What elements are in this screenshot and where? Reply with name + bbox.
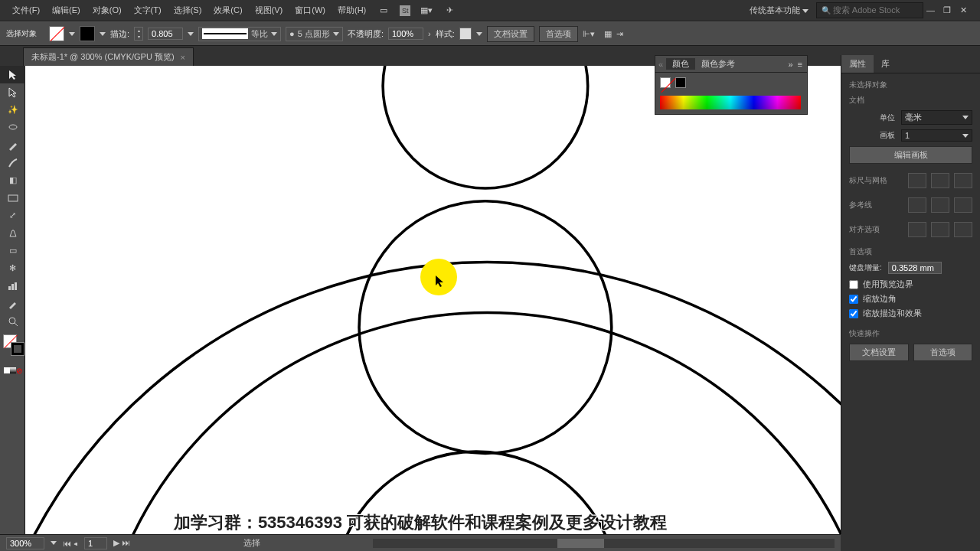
artboard[interactable] xyxy=(25,66,951,534)
edit-artboard-button[interactable]: 编辑画板 xyxy=(849,146,972,164)
panel-menu-icon[interactable]: ≡ xyxy=(798,60,802,69)
stroke-width-input[interactable]: 0.805 xyxy=(148,28,183,40)
align-icon1[interactable] xyxy=(908,222,926,237)
ruler-icon[interactable] xyxy=(908,173,926,188)
zoom-tool[interactable] xyxy=(0,312,25,330)
prefs-button-2[interactable]: 首选项 xyxy=(913,344,973,361)
align-icon[interactable]: ⊩▾ xyxy=(583,29,595,39)
artboard-dropdown[interactable]: 1 xyxy=(901,129,972,142)
color-spectrum[interactable] xyxy=(660,96,801,109)
menu-text[interactable]: 文字(T) xyxy=(128,5,168,16)
tab-document[interactable]: 未标题-1* @ 300% (CMYK/GPU 预览) × xyxy=(23,47,194,66)
properties-tab[interactable]: 属性 xyxy=(841,55,874,73)
menu-window[interactable]: 窗口(W) xyxy=(289,5,332,16)
svg-rect-4 xyxy=(15,282,17,290)
stroke-dd[interactable] xyxy=(100,32,106,36)
eyedropper-tool[interactable] xyxy=(0,295,25,312)
eraser-tool[interactable]: ◧ xyxy=(0,171,25,189)
menu-edit[interactable]: 编辑(E) xyxy=(46,5,87,16)
preview-bounds-checkbox[interactable]: 使用预览边界 xyxy=(849,279,972,290)
artboard-num[interactable]: 1 xyxy=(84,537,107,549)
unit-dropdown[interactable]: 毫米 xyxy=(901,110,972,125)
zoom-input[interactable]: 300% xyxy=(6,537,44,549)
color-guide-tab[interactable]: 颜色参考 xyxy=(695,58,741,70)
align-icon2[interactable] xyxy=(931,222,949,237)
symbol-tool[interactable]: ✻ xyxy=(0,259,25,277)
guides-icon3[interactable] xyxy=(954,197,972,213)
doc-setup-button[interactable]: 文档设置 xyxy=(487,26,534,42)
libraries-tab[interactable]: 库 xyxy=(874,55,897,73)
magic-wand-tool[interactable]: ✨ xyxy=(0,101,25,119)
zoom-dd[interactable] xyxy=(51,541,57,545)
scale-tool[interactable]: ⤢ xyxy=(0,207,25,224)
cp-fill[interactable] xyxy=(660,77,671,88)
guides-icon1[interactable] xyxy=(908,197,926,213)
rectangle-tool[interactable] xyxy=(0,189,25,207)
stock-icon[interactable]: St xyxy=(400,5,410,16)
scale-strokes-checkbox[interactable]: 缩放描边和效果 xyxy=(849,308,972,319)
artboard-nav-next[interactable]: ▶ ⏭ xyxy=(113,538,130,548)
opacity-input[interactable]: 100% xyxy=(388,28,423,40)
restore-icon[interactable]: ❐ xyxy=(943,5,954,16)
panel-expand-icon[interactable]: » xyxy=(788,60,792,69)
canvas-area[interactable] xyxy=(25,66,951,534)
key-incr-input[interactable]: 0.3528 mm xyxy=(888,262,942,274)
color-panel[interactable]: « 颜色 颜色参考 » ≡ xyxy=(655,55,808,115)
minimize-icon[interactable]: — xyxy=(926,5,937,16)
bridge-icon[interactable]: ▭ xyxy=(377,4,390,18)
stroke-swatch[interactable] xyxy=(80,26,95,41)
transparency-grid-icon[interactable] xyxy=(954,173,972,188)
perspective-tool[interactable] xyxy=(0,224,25,242)
fill-dd[interactable] xyxy=(69,32,75,36)
scale-corners-checkbox[interactable]: 缩放边角 xyxy=(849,293,972,305)
pen-tool[interactable] xyxy=(0,136,25,154)
svg-rect-3 xyxy=(11,284,14,290)
artboard-label: 画板 xyxy=(849,130,895,141)
brush-dd[interactable]: ● 5 点圆形 xyxy=(286,27,343,41)
menu-select[interactable]: 选择(S) xyxy=(168,5,208,16)
graph-tool[interactable] xyxy=(0,277,25,295)
prefs-button[interactable]: 首选项 xyxy=(539,26,578,42)
arrange-icon[interactable]: ▦▾ xyxy=(420,4,433,18)
svg-point-7 xyxy=(383,66,588,188)
artboard-nav-prev[interactable]: ⏮ ◀ xyxy=(63,539,78,548)
panel-collapse-icon[interactable]: « xyxy=(658,60,663,69)
menu-help[interactable]: 帮助(H) xyxy=(332,5,372,16)
unit-label: 单位 xyxy=(849,112,895,123)
brush-tool[interactable] xyxy=(0,154,25,171)
status-bar: 300% ⏮ ◀ 1 ▶ ⏭ 选择 xyxy=(0,534,841,551)
tab-close-icon[interactable]: × xyxy=(181,53,185,62)
opacity-arrow[interactable]: › xyxy=(428,29,431,38)
menu-object[interactable]: 对象(O) xyxy=(87,5,128,16)
menu-file[interactable]: 文件(F) xyxy=(6,5,46,16)
guides-icon2[interactable] xyxy=(931,197,949,213)
selection-tool[interactable] xyxy=(0,66,25,83)
gpu-icon[interactable]: ✈ xyxy=(443,4,456,18)
lasso-tool[interactable] xyxy=(0,119,25,136)
search-input[interactable]: 🔍 搜索 Adobe Stock xyxy=(816,2,923,18)
fill-swatch[interactable] xyxy=(49,26,64,41)
cp-stroke[interactable] xyxy=(675,77,686,88)
collapse-icon[interactable]: ⇥ xyxy=(616,29,623,39)
grid-icon[interactable] xyxy=(931,173,949,188)
panel-toggle-icon[interactable]: ▦ xyxy=(604,29,612,39)
svg-point-0 xyxy=(9,125,17,129)
direct-selection-tool[interactable] xyxy=(0,83,25,101)
align-icon3[interactable] xyxy=(954,222,972,237)
workspace-switcher[interactable]: 传统基本功能 xyxy=(742,5,816,16)
color-mode-icons[interactable]: ⊘ xyxy=(0,364,25,377)
style-swatch[interactable] xyxy=(459,28,472,40)
doc-setup-button-2[interactable]: 文档设置 xyxy=(849,344,909,361)
menu-view[interactable]: 视图(V) xyxy=(249,5,289,16)
style-dd[interactable] xyxy=(476,32,482,36)
gradient-tool[interactable]: ▭ xyxy=(0,242,25,259)
fill-stroke-swatches[interactable] xyxy=(0,333,24,364)
profile-dd[interactable]: 等比 xyxy=(198,27,281,41)
stroke-color[interactable] xyxy=(11,342,24,356)
stroke-spinner[interactable]: ▴▾ xyxy=(134,27,143,41)
close-icon[interactable]: ✕ xyxy=(960,5,971,16)
menu-effect[interactable]: 效果(C) xyxy=(207,5,248,16)
strokew-dd[interactable] xyxy=(188,32,194,36)
color-tab[interactable]: 颜色 xyxy=(666,58,695,70)
scrollbar-h[interactable] xyxy=(373,539,835,548)
